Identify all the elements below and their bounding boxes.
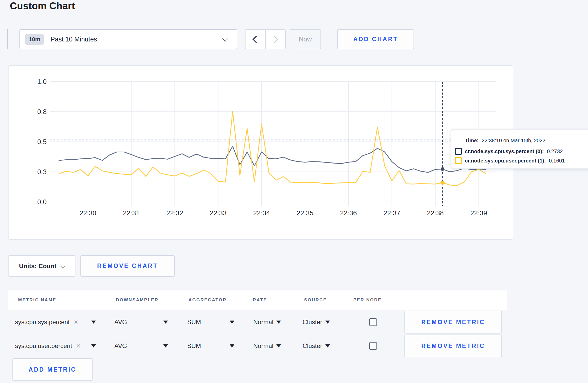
- caret-down-icon: [163, 344, 168, 347]
- chevron-left-icon: [253, 36, 260, 43]
- aggregator-select[interactable]: SUM: [187, 311, 201, 334]
- rate-select[interactable]: Normal: [253, 335, 281, 357]
- previous-range-button[interactable]: [246, 30, 266, 49]
- caret-down-icon: [325, 344, 330, 347]
- svg-text:0.8: 0.8: [37, 108, 47, 116]
- svg-text:0.5: 0.5: [37, 138, 47, 146]
- tooltip-time-row: Time: 22:38:10 on Mar 15th, 2022: [451, 136, 588, 145]
- svg-text:22:32: 22:32: [166, 209, 183, 217]
- svg-text:22:34: 22:34: [253, 209, 270, 217]
- downsampler-select[interactable]: AVG: [114, 311, 127, 334]
- chart-hover-tooltip: Time: 22:38:10 on Mar 15th, 2022 cr.node…: [451, 129, 588, 169]
- svg-text:22:37: 22:37: [383, 209, 400, 217]
- tooltip-series-label: cr.node.sys.cpu.sys.percent (0):: [465, 148, 544, 154]
- clear-metric-icon[interactable]: ×: [76, 342, 80, 350]
- svg-text:0.0: 0.0: [37, 198, 47, 206]
- tooltip-series-row: cr.node.sys.cpu.sys.percent (0): 0.2732: [451, 147, 588, 156]
- now-button[interactable]: Now: [290, 29, 321, 49]
- metric-name-select[interactable]: sys.cpu.sys.percent ×: [15, 311, 78, 334]
- next-range-button[interactable]: [266, 30, 285, 49]
- metric-name: sys.cpu.sys.percent: [15, 318, 70, 326]
- aggregator-caret[interactable]: [230, 335, 234, 357]
- time-range-label: Past 10 Minutes: [51, 36, 97, 43]
- svg-text:22:38: 22:38: [427, 209, 444, 217]
- rate-value: Normal: [253, 318, 273, 326]
- caret-down-icon: [230, 321, 234, 324]
- timeseries-chart[interactable]: 1.00.80.50.30.022:3022:3122:3222:3322:34…: [9, 66, 514, 240]
- svg-text:1.0: 1.0: [37, 78, 47, 86]
- caret-down-icon: [230, 344, 234, 347]
- tooltip-series-swatch: [455, 148, 462, 155]
- svg-text:0.3: 0.3: [37, 168, 47, 176]
- header-downsampler: DOWNSAMPLER: [116, 290, 158, 310]
- tooltip-time-value: 22:38:10 on Mar 15th, 2022: [482, 138, 545, 144]
- metric-name-caret[interactable]: [91, 311, 96, 334]
- remove-chart-button[interactable]: REMOVE CHART: [80, 255, 175, 277]
- svg-text:22:36: 22:36: [340, 209, 357, 217]
- page-title: Custom Chart: [10, 1, 75, 12]
- chevron-down-icon: [222, 36, 228, 41]
- aggregator-caret[interactable]: [230, 311, 234, 334]
- caret-down-icon: [325, 321, 330, 324]
- tooltip-time-label: Time:: [465, 138, 479, 144]
- add-metric-button[interactable]: ADD METRIC: [12, 358, 93, 381]
- downsampler-caret[interactable]: [163, 311, 168, 334]
- tooltip-series-label: cr.node.sys.cpu.user.percent (1):: [465, 158, 546, 164]
- tooltip-series-value: 0.2732: [547, 148, 563, 154]
- caret-down-icon: [163, 321, 168, 324]
- rate-value: Normal: [253, 342, 273, 350]
- caret-down-icon: [91, 344, 96, 347]
- custom-chart-page: Custom Chart 10m Past 10 Minutes Now ADD…: [0, 0, 588, 383]
- table-row: sys.cpu.user.percent × AVG SUM Normal Cl…: [8, 335, 507, 357]
- units-dropdown[interactable]: Units: Count: [8, 255, 75, 277]
- caret-down-icon: [276, 321, 281, 324]
- time-range-badge: 10m: [25, 34, 44, 45]
- per-node-checkbox[interactable]: [369, 342, 377, 350]
- source-value: Cluster: [303, 318, 322, 326]
- svg-text:22:33: 22:33: [210, 209, 227, 217]
- tooltip-series-value: 0.1601: [549, 158, 565, 164]
- svg-text:22:31: 22:31: [123, 209, 140, 217]
- add-chart-button[interactable]: ADD CHART: [337, 29, 414, 49]
- source-select[interactable]: Cluster: [303, 311, 330, 334]
- time-pager: [245, 29, 286, 49]
- remove-metric-button[interactable]: REMOVE METRIC: [404, 335, 502, 357]
- downsampler-caret[interactable]: [163, 335, 168, 357]
- svg-text:22:30: 22:30: [79, 209, 96, 217]
- source-select[interactable]: Cluster: [303, 335, 330, 357]
- toolbar-divider: [7, 29, 8, 49]
- tooltip-series-swatch: [455, 157, 462, 164]
- chevron-right-icon: [271, 36, 278, 43]
- header-source: SOURCE: [304, 290, 327, 310]
- chevron-down-icon: [60, 264, 65, 268]
- source-value: Cluster: [303, 342, 322, 350]
- tooltip-series-row: cr.node.sys.cpu.user.percent (1): 0.1601: [451, 156, 588, 165]
- clear-metric-icon[interactable]: ×: [74, 318, 78, 326]
- header-per-node: PER NODE: [353, 290, 382, 310]
- metrics-table-header: METRIC NAME DOWNSAMPLER AGGREGATOR RATE …: [8, 290, 507, 310]
- metric-name-select[interactable]: sys.cpu.user.percent ×: [15, 335, 80, 357]
- rate-select[interactable]: Normal: [253, 311, 281, 334]
- svg-text:22:35: 22:35: [297, 209, 313, 217]
- svg-text:22:39: 22:39: [470, 209, 487, 217]
- time-range-dropdown[interactable]: 10m Past 10 Minutes: [19, 29, 237, 49]
- caret-down-icon: [276, 344, 281, 347]
- header-rate: RATE: [253, 290, 267, 310]
- table-row: sys.cpu.sys.percent × AVG SUM Normal Clu…: [8, 311, 507, 334]
- remove-metric-button[interactable]: REMOVE METRIC: [404, 311, 502, 334]
- header-metric-name: METRIC NAME: [18, 290, 56, 310]
- metric-name-caret[interactable]: [91, 335, 96, 357]
- metric-name: sys.cpu.user.percent: [15, 342, 72, 350]
- aggregator-select[interactable]: SUM: [187, 335, 201, 357]
- downsampler-select[interactable]: AVG: [114, 335, 127, 357]
- header-aggregator: AGGREGATOR: [188, 290, 227, 310]
- chart-card: 1.00.80.50.30.022:3022:3122:3222:3322:34…: [8, 65, 513, 240]
- per-node-checkbox[interactable]: [369, 318, 377, 326]
- caret-down-icon: [91, 321, 96, 324]
- units-label: Units: Count: [19, 263, 57, 270]
